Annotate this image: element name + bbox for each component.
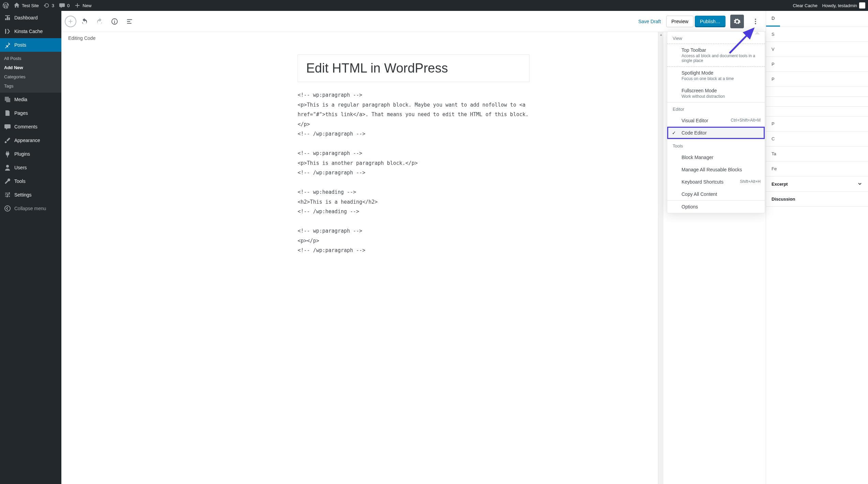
kinsta-icon xyxy=(4,28,11,35)
ellipsis-vertical-icon xyxy=(752,18,759,25)
menu-item-keyboard-shortcuts[interactable]: Keyboard Shortcuts Shift+Alt+H xyxy=(667,176,765,188)
settings-row[interactable]: P xyxy=(766,57,868,72)
dashboard-icon xyxy=(4,14,11,21)
sidebar-item-settings[interactable]: Settings xyxy=(0,188,61,202)
settings-row[interactable] xyxy=(766,97,868,107)
menu-item-options[interactable]: Options xyxy=(667,201,765,213)
redo-icon xyxy=(96,18,103,25)
undo-icon xyxy=(81,18,88,25)
comments-link[interactable]: 0 xyxy=(59,2,70,9)
menu-item-visual-editor[interactable]: Visual Editor Ctrl+Shift+Alt+M xyxy=(667,114,765,127)
menu-item-shortcut: Shift+Alt+H xyxy=(740,179,761,184)
settings-row[interactable]: P xyxy=(766,116,868,131)
publish-button[interactable]: Publish… xyxy=(695,16,725,27)
menu-item-title: Keyboard Shortcuts xyxy=(682,179,723,185)
wordpress-icon xyxy=(3,2,9,9)
settings-row[interactable]: Fe xyxy=(766,161,868,176)
settings-row[interactable]: P xyxy=(766,72,868,87)
discussion-label: Discussion xyxy=(772,197,795,202)
save-draft-button[interactable]: Save Draft xyxy=(634,16,665,27)
settings-row[interactable] xyxy=(766,107,868,116)
menu-item-title: Visual Editor xyxy=(682,118,708,123)
sidebar-item-label: Appearance xyxy=(14,138,40,143)
settings-row[interactable] xyxy=(766,87,868,97)
new-link[interactable]: New xyxy=(74,2,91,9)
settings-toggle-button[interactable] xyxy=(730,15,744,28)
block-navigation-button[interactable] xyxy=(123,15,136,28)
settings-row-excerpt[interactable]: Excerpt xyxy=(766,176,868,192)
admin-bar: Test Site 3 0 New Clear Cache Howdy, tes… xyxy=(0,0,868,11)
site-name: Test Site xyxy=(22,3,39,8)
menu-item-reusable-blocks[interactable]: Manage All Reusable Blocks xyxy=(667,163,765,176)
sidebar-sub-categories[interactable]: Categories xyxy=(0,72,61,81)
more-options-button[interactable] xyxy=(749,15,762,28)
user-icon xyxy=(4,164,11,171)
editor-scrollbar[interactable]: ▲ xyxy=(658,32,663,484)
menu-item-shortcut: Ctrl+Shift+Alt+M xyxy=(731,118,761,123)
sidebar-item-label: Posts xyxy=(14,42,26,48)
menu-item-code-editor[interactable]: Code Editor xyxy=(667,127,765,139)
menu-group-view: View xyxy=(667,32,765,44)
content-info-button[interactable] xyxy=(108,15,121,28)
sidebar-item-label: Plugins xyxy=(14,151,30,157)
sidebar-item-media[interactable]: Media xyxy=(0,93,61,106)
sidebar-sub-add-new[interactable]: Add New xyxy=(0,63,61,72)
sidebar-item-dashboard[interactable]: Dashboard xyxy=(0,11,61,25)
menu-item-copy-all[interactable]: Copy All Content xyxy=(667,188,765,200)
preview-button[interactable]: Preview xyxy=(666,16,693,27)
menu-item-block-manager[interactable]: Block Manager xyxy=(667,151,765,163)
sidebar-item-pages[interactable]: Pages xyxy=(0,106,61,120)
svg-point-2 xyxy=(755,21,756,22)
brush-icon xyxy=(4,137,11,144)
redo-button[interactable] xyxy=(93,15,106,28)
menu-item-sub: Work without distraction xyxy=(682,94,759,99)
settings-row[interactable]: V xyxy=(766,42,868,57)
svg-point-1 xyxy=(755,18,756,20)
update-icon xyxy=(44,2,50,9)
menu-item-fullscreen[interactable]: Fullscreen Mode Work without distraction xyxy=(667,84,765,102)
updates-count: 3 xyxy=(52,3,54,8)
settings-row[interactable]: Ta xyxy=(766,146,868,161)
tab-document[interactable]: D xyxy=(766,11,780,27)
menu-item-title: Spotlight Mode xyxy=(682,70,759,76)
sidebar-item-users[interactable]: Users xyxy=(0,161,61,174)
add-block-button[interactable] xyxy=(65,16,76,27)
svg-point-0 xyxy=(5,206,10,211)
collapse-icon xyxy=(4,205,11,212)
post-title-input[interactable] xyxy=(298,54,529,82)
sidebar-item-label: Users xyxy=(14,165,27,170)
account-link[interactable]: Howdy, testadmin xyxy=(822,2,865,9)
menu-item-title: Top Toolbar xyxy=(682,47,759,53)
chevron-down-icon xyxy=(857,181,863,187)
sidebar-item-label: Kinsta Cache xyxy=(14,29,43,34)
sidebar-item-appearance[interactable]: Appearance xyxy=(0,134,61,147)
media-icon xyxy=(4,96,11,103)
code-wrap xyxy=(298,54,529,474)
sidebar-item-kinsta[interactable]: Kinsta Cache xyxy=(0,25,61,38)
sidebar-sub-tags[interactable]: Tags xyxy=(0,81,61,91)
excerpt-label: Excerpt xyxy=(772,182,788,187)
settings-row[interactable]: C xyxy=(766,131,868,146)
post-code-textarea[interactable] xyxy=(298,82,529,298)
sidebar-item-comments[interactable]: Comments xyxy=(0,120,61,134)
sidebar-item-tools[interactable]: Tools xyxy=(0,174,61,188)
sidebar-item-collapse[interactable]: Collapse menu xyxy=(0,202,61,215)
site-link[interactable]: Test Site xyxy=(14,2,39,9)
sidebar-item-label: Media xyxy=(14,97,27,102)
menu-item-sub: Focus on one block at a time xyxy=(682,76,759,81)
sidebar-item-label: Tools xyxy=(14,178,26,184)
undo-button[interactable] xyxy=(78,15,91,28)
wp-logo[interactable] xyxy=(3,2,9,9)
sidebar-item-plugins[interactable]: Plugins xyxy=(0,147,61,161)
settings-row[interactable]: S xyxy=(766,27,868,42)
page-icon xyxy=(4,110,11,116)
sidebar-item-posts[interactable]: Posts xyxy=(0,38,61,52)
avatar xyxy=(859,2,865,9)
clear-cache-link[interactable]: Clear Cache xyxy=(793,3,817,8)
sidebar-sub-all-posts[interactable]: All Posts xyxy=(0,54,61,63)
menu-item-spotlight[interactable]: Spotlight Mode Focus on one block at a t… xyxy=(667,67,765,84)
settings-row-discussion[interactable]: Discussion xyxy=(766,192,868,207)
comments-count: 0 xyxy=(67,3,70,8)
updates-link[interactable]: 3 xyxy=(44,2,54,9)
menu-item-top-toolbar[interactable]: Top Toolbar Access all block and documen… xyxy=(667,44,765,67)
